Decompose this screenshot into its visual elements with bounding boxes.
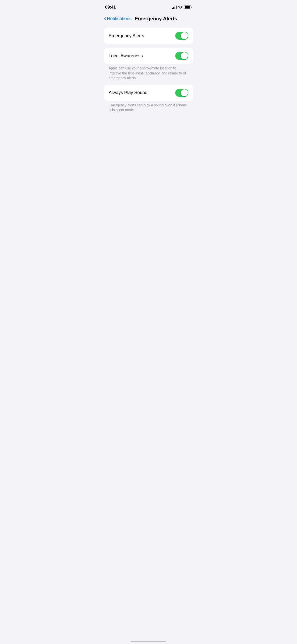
wifi-icon — [178, 6, 183, 9]
emergency-alerts-label: Emergency Alerts — [109, 33, 144, 38]
back-button[interactable]: ‹ Notifications — [104, 16, 132, 22]
back-label[interactable]: Notifications — [107, 16, 132, 21]
status-time: 09:41 — [105, 5, 116, 10]
local-awareness-footer: Apple can use your approximate location … — [104, 64, 193, 85]
local-awareness-row: Local Awareness — [104, 48, 193, 64]
back-chevron-icon: ‹ — [104, 15, 106, 22]
status-bar: 09:41 — [99, 0, 198, 14]
battery-icon — [184, 6, 192, 9]
local-awareness-toggle[interactable] — [175, 52, 188, 60]
toggle-thumb — [181, 32, 188, 39]
always-play-sound-row: Always Play Sound — [104, 85, 193, 101]
nav-header: ‹ Notifications Emergency Alerts — [99, 14, 198, 26]
page-title: Emergency Alerts — [135, 16, 177, 22]
emergency-alerts-group: Emergency Alerts — [104, 28, 193, 44]
toggle-thumb-3 — [181, 89, 188, 96]
toggle-thumb-2 — [181, 52, 188, 59]
always-play-sound-card: Always Play Sound — [104, 85, 193, 101]
local-awareness-card: Local Awareness — [104, 48, 193, 64]
emergency-alerts-card: Emergency Alerts — [104, 28, 193, 44]
always-play-sound-label: Always Play Sound — [109, 90, 147, 95]
local-awareness-group: Local Awareness Apple can use your appro… — [104, 48, 193, 117]
emergency-alerts-toggle[interactable] — [175, 32, 188, 40]
local-awareness-label: Local Awareness — [109, 53, 143, 59]
always-play-sound-footer: Emergency alerts can play a sound even i… — [104, 101, 193, 117]
settings-content: Emergency Alerts Local Awareness Apple c… — [99, 26, 198, 121]
always-play-sound-toggle[interactable] — [175, 89, 188, 97]
signal-icon — [172, 6, 177, 9]
emergency-alerts-row: Emergency Alerts — [104, 28, 193, 44]
status-icons — [172, 6, 192, 9]
